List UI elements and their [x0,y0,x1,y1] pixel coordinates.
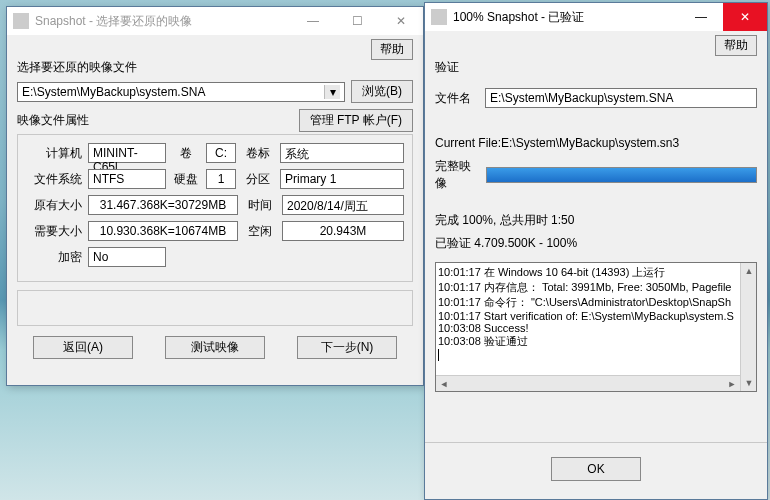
partition-value: Primary 1 [280,169,404,189]
origsize-label: 原有大小 [26,197,82,214]
back-button[interactable]: 返回(A) [33,336,133,359]
test-image-button[interactable]: 测试映像 [165,336,265,359]
encrypt-label: 加密 [26,249,82,266]
disk-value: 1 [206,169,236,189]
partition-label: 分区 [242,171,274,188]
reqsize-label: 需要大小 [26,223,82,240]
time-value: 2020/8/14/周五 [282,195,404,215]
scroll-left-icon[interactable]: ◄ [436,376,452,392]
filename-value: E:\System\MyBackup\system.SNA [485,88,757,108]
app-icon [13,13,29,29]
chevron-down-icon[interactable]: ▾ [324,85,340,99]
computer-label: 计算机 [26,145,82,162]
image-path-combo[interactable]: E:\System\MyBackup\system.SNA ▾ [17,82,345,102]
verify-window: 100% Snapshot - 已验证 — ✕ 帮助 验证 文件名 E:\Sys… [424,2,768,500]
ok-button[interactable]: OK [551,457,641,481]
verify-label: 验证 [435,59,757,76]
free-value: 20.943M [282,221,404,241]
text-cursor [438,349,439,361]
reqsize-value: 10.930.368K=10674MB [88,221,238,241]
progress-bar [486,167,757,183]
scroll-up-icon[interactable]: ▲ [741,263,757,279]
current-file-label: Current File:E:\System\MyBackup\system.s… [435,136,757,150]
close-button[interactable]: ✕ [379,7,423,35]
log-textbox[interactable]: 10:01:17 在 Windows 10 64-bit (14393) 上运行… [435,262,757,392]
browse-button[interactable]: 浏览(B) [351,80,413,103]
scrollbar-horizontal[interactable]: ◄ ► [436,375,740,391]
minimize-button[interactable]: — [291,7,335,35]
log-line: 10:01:17 命令行： "C:\Users\Administrator\De… [438,295,754,310]
scroll-down-icon[interactable]: ▼ [741,375,757,391]
full-image-label: 完整映像 [435,158,480,192]
window-title: Snapshot - 选择要还原的映像 [35,13,291,30]
app-icon [431,9,447,25]
verified-line: 已验证 4.709.500K - 100% [435,235,757,252]
log-line: 10:03:08 Success! [438,322,754,334]
encrypt-value: No [88,247,166,267]
titlebar[interactable]: Snapshot - 选择要还原的映像 — ☐ ✕ [7,7,423,35]
vollabel-label: 卷标 [242,145,274,162]
progress-fill [487,168,756,182]
log-line: 10:01:17 Start verification of: E:\Syste… [438,310,754,322]
minimize-button[interactable]: — [679,3,723,31]
image-props-label: 映像文件属性 [17,112,89,129]
close-button[interactable]: ✕ [723,3,767,31]
help-button[interactable]: 帮助 [371,39,413,60]
maximize-button[interactable]: ☐ [335,7,379,35]
done-line: 完成 100%, 总共用时 1:50 [435,212,757,229]
titlebar[interactable]: 100% Snapshot - 已验证 — ✕ [425,3,767,31]
time-label: 时间 [244,197,276,214]
log-line: 10:01:17 内存信息： Total: 3991Mb, Free: 3050… [438,280,754,295]
help-button[interactable]: 帮助 [715,35,757,56]
next-button[interactable]: 下一步(N) [297,336,397,359]
restore-image-window: Snapshot - 选择要还原的映像 — ☐ ✕ 帮助 选择要还原的映像文件 … [6,6,424,386]
log-line: 10:01:17 在 Windows 10 64-bit (14393) 上运行 [438,265,754,280]
scrollbar-vertical[interactable]: ▲ ▼ [740,263,756,391]
vollabel-value: 系统 [280,143,404,163]
disk-label: 硬盘 [172,171,200,188]
filename-label: 文件名 [435,90,479,107]
log-line: 10:03:08 验证通过 [438,334,754,349]
origsize-value: 31.467.368K=30729MB [88,195,238,215]
volume-label: 卷 [172,145,200,162]
filesystem-label: 文件系统 [26,171,82,188]
select-image-label: 选择要还原的映像文件 [17,59,413,76]
manage-ftp-button[interactable]: 管理 FTP 帐户(F) [299,109,413,132]
scroll-right-icon[interactable]: ► [724,376,740,392]
image-path-value: E:\System\MyBackup\system.SNA [22,85,205,99]
free-label: 空闲 [244,223,276,240]
filesystem-value: NTFS [88,169,166,189]
volume-value: C: [206,143,236,163]
window-title: 100% Snapshot - 已验证 [453,9,679,26]
computer-value: MININT-C65l [88,143,166,163]
